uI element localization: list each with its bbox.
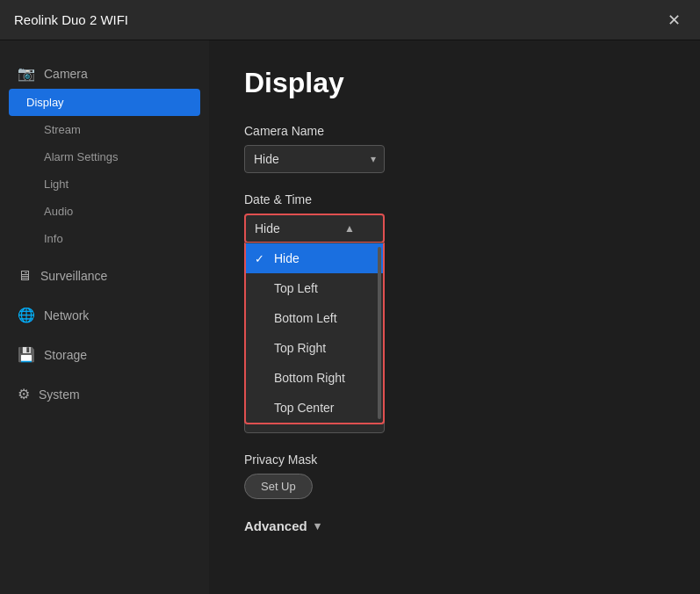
date-time-option-top-right[interactable]: Top Right xyxy=(246,333,383,363)
sidebar-item-stream[interactable]: Stream xyxy=(0,116,209,143)
date-time-option-bottom-left[interactable]: Bottom Left xyxy=(246,303,383,333)
privacy-mask-section: Privacy Mask Set Up xyxy=(244,453,665,499)
storage-icon: 💾 xyxy=(18,346,35,363)
camera-name-select-wrapper: Hide Show ▾ xyxy=(244,145,385,173)
camera-name-label: Camera Name xyxy=(244,124,665,138)
camera-name-select[interactable]: Hide Show xyxy=(244,145,385,173)
date-time-dropdown-trigger[interactable]: Hide ▲ xyxy=(244,214,385,243)
app-body: 📷 Camera Display Stream Alarm Settings L… xyxy=(0,40,700,594)
sidebar-section-storage: 💾 Storage xyxy=(0,339,209,370)
advanced-label: Advanced xyxy=(244,518,307,533)
window-title: Reolink Duo 2 WIFI xyxy=(14,12,128,27)
system-icon: ⚙ xyxy=(18,386,30,402)
setup-button[interactable]: Set Up xyxy=(244,474,313,499)
sidebar-header-surveillance[interactable]: 🖥 Surveillance xyxy=(0,261,209,291)
sidebar-item-light[interactable]: Light xyxy=(0,170,209,198)
sidebar-section-camera: 📷 Camera Display Stream Alarm Settings L… xyxy=(0,58,209,252)
network-icon: 🌐 xyxy=(18,307,35,323)
sidebar-item-info[interactable]: Info xyxy=(0,225,209,252)
date-time-section: Date & Time Hide ▲ Hide Top Left Bottom … xyxy=(244,192,665,243)
sidebar-header-network[interactable]: 🌐 Network xyxy=(0,300,209,330)
privacy-mask-label: Privacy Mask xyxy=(244,453,665,467)
sidebar-header-system[interactable]: ⚙ System xyxy=(0,379,209,409)
camera-icon: 📷 xyxy=(18,65,35,82)
sidebar-header-storage[interactable]: 💾 Storage xyxy=(0,339,209,370)
date-time-label: Date & Time xyxy=(244,192,665,206)
sidebar-section-label: Camera xyxy=(44,67,88,81)
date-time-dropdown-container: Hide ▲ Hide Top Left Bottom Left Top Rig… xyxy=(244,214,385,243)
sidebar-section-surveillance: 🖥 Surveillance xyxy=(0,261,209,291)
sidebar-section-label: Storage xyxy=(44,348,87,362)
date-time-selected-value: Hide xyxy=(255,221,280,235)
sidebar-item-alarm-settings[interactable]: Alarm Settings xyxy=(0,143,209,170)
sidebar-section-label: System xyxy=(39,388,80,402)
surveillance-icon: 🖥 xyxy=(18,268,32,284)
sidebar-section-system: ⚙ System xyxy=(0,379,209,409)
sidebar-item-display[interactable]: Display xyxy=(9,89,200,116)
date-time-option-top-left[interactable]: Top Left xyxy=(246,273,383,303)
date-time-dropdown-menu: Hide Top Left Bottom Left Top Right Bott… xyxy=(244,243,385,424)
sidebar-item-audio[interactable]: Audio xyxy=(0,198,209,225)
sidebar: 📷 Camera Display Stream Alarm Settings L… xyxy=(0,40,209,594)
camera-name-section: Camera Name Hide Show ▾ xyxy=(244,124,665,173)
date-time-chevron-up-icon: ▲ xyxy=(344,222,355,235)
close-button[interactable]: ✕ xyxy=(662,9,686,32)
sidebar-section-label: Network xyxy=(44,308,89,322)
sidebar-section-network: 🌐 Network xyxy=(0,300,209,330)
dropdown-scrollbar xyxy=(378,247,381,419)
sidebar-section-label: Surveillance xyxy=(40,269,107,283)
date-time-option-hide[interactable]: Hide xyxy=(246,243,383,273)
date-time-option-top-center[interactable]: Top Center xyxy=(246,393,383,423)
advanced-toggle[interactable]: Advanced ▾ xyxy=(244,518,665,533)
title-bar: Reolink Duo 2 WIFI ✕ xyxy=(0,0,700,40)
main-content: Display Camera Name Hide Show ▾ Date & T… xyxy=(209,40,700,594)
sidebar-header-camera: 📷 Camera xyxy=(0,58,209,89)
page-title: Display xyxy=(244,67,665,99)
date-time-option-bottom-right[interactable]: Bottom Right xyxy=(246,363,383,393)
advanced-chevron-icon: ▾ xyxy=(314,519,321,532)
